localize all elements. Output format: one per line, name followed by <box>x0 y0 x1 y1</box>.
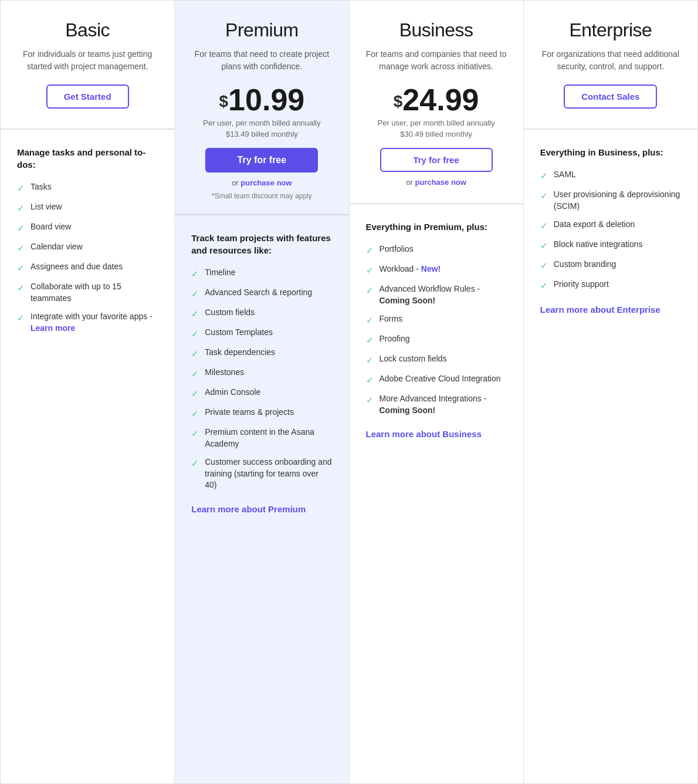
check-icon: ✓ <box>191 367 199 380</box>
premium-purchase-link[interactable]: purchase now <box>240 178 292 187</box>
business-features: Everything in Premium, plus: ✓ Portfolio… <box>350 204 523 783</box>
feature-text: Admin Console <box>205 387 332 398</box>
feature-item: ✓ Calendar view <box>17 241 158 254</box>
check-icon: ✓ <box>191 327 199 340</box>
check-icon: ✓ <box>366 264 374 276</box>
basic-cta-button[interactable]: Get Started <box>46 85 129 109</box>
premium-dollar-sign: $ <box>219 92 229 110</box>
enterprise-learn-more-link[interactable]: Learn more about Enterprise <box>540 303 681 316</box>
basic-description: For individuals or teams just getting st… <box>17 48 158 73</box>
enterprise-header: Enterprise For organizations that need a… <box>524 1 697 129</box>
premium-header: Premium For teams that need to create pr… <box>175 1 348 215</box>
feature-item: ✓ Premium content in the Asana Academy <box>191 427 332 450</box>
check-icon: ✓ <box>191 347 199 360</box>
feature-text: Forms <box>380 313 507 325</box>
check-icon: ✓ <box>17 262 25 274</box>
check-icon: ✓ <box>17 202 25 214</box>
feature-item: ✓ Workload - New! <box>366 263 507 276</box>
plan-enterprise: Enterprise For organizations that need a… <box>524 1 697 783</box>
premium-price-amount: 10.99 <box>228 83 304 117</box>
feature-item: ✓ Advanced Search & reporting <box>191 287 332 300</box>
feature-item: ✓ Lock custom fields <box>366 353 507 366</box>
feature-item: ✓ More Advanced Integrations - Coming So… <box>366 393 507 416</box>
plan-business: Business For teams and companies that ne… <box>350 1 524 783</box>
feature-text: Workload - New! <box>380 263 507 275</box>
feature-item: ✓ Task dependencies <box>191 347 332 360</box>
feature-item: ✓ Data export & deletion <box>540 219 681 232</box>
feature-text: Board view <box>31 221 158 233</box>
feature-item: ✓ Admin Console <box>191 387 332 400</box>
business-features-heading: Everything in Premium, plus: <box>366 221 507 233</box>
feature-item: ✓ Milestones <box>191 367 332 380</box>
basic-features: Manage tasks and personal to-dos: ✓ Task… <box>1 130 174 783</box>
enterprise-cta-button[interactable]: Contact Sales <box>564 85 657 109</box>
check-icon: ✓ <box>540 190 548 202</box>
check-icon: ✓ <box>540 170 548 182</box>
feature-text: Data export & deletion <box>554 219 681 231</box>
business-learn-more-link[interactable]: Learn more about Business <box>366 428 507 440</box>
check-icon: ✓ <box>540 259 548 272</box>
feature-text: SAML <box>554 169 681 181</box>
coming-soon-badge: Coming Soon! <box>380 405 436 415</box>
enterprise-description: For organizations that need additional s… <box>540 48 681 73</box>
feature-item: ✓ Custom Templates <box>191 327 332 340</box>
check-icon: ✓ <box>366 334 374 346</box>
feature-item: ✓ Customer success onboarding and traini… <box>191 457 332 491</box>
check-icon: ✓ <box>191 307 199 320</box>
check-icon: ✓ <box>366 354 374 366</box>
check-icon: ✓ <box>366 244 374 256</box>
feature-text: Priority support <box>554 279 681 290</box>
feature-text: Assignees and due dates <box>31 261 158 273</box>
business-price-display: $24.99 <box>366 85 507 115</box>
enterprise-plan-name: Enterprise <box>540 19 681 41</box>
feature-text: Portfolios <box>380 244 507 255</box>
basic-header: Basic For individuals or teams just gett… <box>1 1 174 129</box>
feature-text: Custom Templates <box>205 327 332 339</box>
feature-text: Proofing <box>380 333 507 345</box>
check-icon: ✓ <box>17 222 25 234</box>
business-cta-button[interactable]: Try for free <box>380 148 493 172</box>
business-price-period: Per user, per month billed annually <box>366 119 507 127</box>
business-header: Business For teams and companies that ne… <box>350 1 523 204</box>
feature-text: Advanced Search & reporting <box>205 287 332 299</box>
plan-basic: Basic For individuals or teams just gett… <box>1 1 175 783</box>
check-icon: ✓ <box>191 288 199 300</box>
feature-text: Collaborate with up to 15 teammates <box>31 281 158 304</box>
feature-text: Premium content in the Asana Academy <box>205 427 332 450</box>
check-icon: ✓ <box>17 182 25 194</box>
feature-item: ✓ Custom fields <box>191 307 332 320</box>
feature-item: ✓ Priority support <box>540 279 681 292</box>
feature-item: ✓ Private teams & projects <box>191 407 332 420</box>
business-dollar-sign: $ <box>394 92 403 110</box>
check-icon: ✓ <box>366 374 374 386</box>
feature-item: ✓ Timeline <box>191 267 332 280</box>
plan-premium: Premium For teams that need to create pr… <box>175 1 349 783</box>
feature-item: ✓ Assignees and due dates <box>17 261 158 274</box>
feature-text: User provisioning & deprovisioning (SCIM… <box>554 189 681 212</box>
premium-cta-button[interactable]: Try for free <box>205 148 318 173</box>
check-icon: ✓ <box>17 312 25 324</box>
premium-features-heading: Track team projects with features and re… <box>191 232 332 256</box>
premium-learn-more-link[interactable]: Learn more about Premium <box>191 503 332 515</box>
feature-item: ✓ Advanced Workflow Rules - Coming Soon! <box>366 283 507 306</box>
feature-text: Timeline <box>205 267 332 279</box>
check-icon: ✓ <box>17 282 25 294</box>
basic-learn-more-link[interactable]: Learn more <box>31 323 75 333</box>
enterprise-features: Everything in Business, plus: ✓ SAML ✓ U… <box>524 130 697 783</box>
basic-features-heading: Manage tasks and personal to-dos: <box>17 146 158 171</box>
check-icon: ✓ <box>191 457 199 469</box>
check-icon: ✓ <box>540 219 548 232</box>
feature-item: ✓ List view <box>17 201 158 214</box>
check-icon: ✓ <box>191 268 199 280</box>
check-icon: ✓ <box>191 387 199 400</box>
business-purchase-link[interactable]: purchase now <box>415 178 466 187</box>
check-icon: ✓ <box>366 284 374 296</box>
check-icon: ✓ <box>540 239 548 252</box>
feature-item: ✓ Forms <box>366 313 507 326</box>
feature-item: ✓ Integrate with your favorite apps - Le… <box>17 311 158 334</box>
premium-price-period: Per user, per month billed annually <box>191 119 332 127</box>
feature-item: ✓ Block native integrations <box>540 239 681 252</box>
business-description: For teams and companies that need to man… <box>366 48 507 73</box>
check-icon: ✓ <box>191 407 199 420</box>
feature-text: Calendar view <box>31 241 158 253</box>
